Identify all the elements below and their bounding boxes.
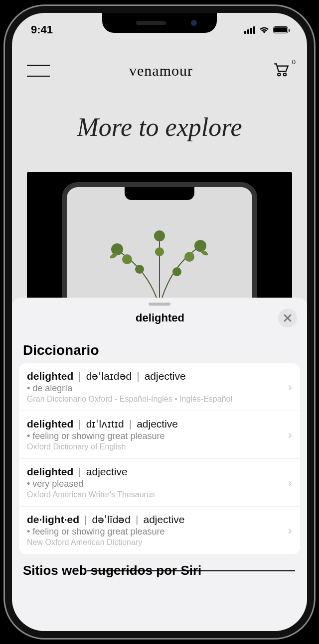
entry-headline: delighted|adjective [27, 466, 283, 478]
inner-notch [125, 187, 194, 200]
entry-pos: adjective [86, 466, 128, 478]
dictionary-entry[interactable]: de·light·ed|dəˈlīdəd|adjective• feeling … [19, 507, 300, 554]
wifi-icon [259, 26, 269, 34]
strikethrough [87, 570, 295, 571]
cart-icon [272, 61, 289, 78]
sheet-title: delighted [42, 312, 278, 324]
sheet-header: delighted [12, 309, 307, 333]
svg-point-2 [111, 243, 123, 255]
separator: | [78, 370, 81, 382]
device-frame: 9:41 venamour 0 More to explore [5, 6, 314, 638]
svg-point-9 [155, 247, 164, 256]
entry-headline: de·light·ed|dəˈlīdəd|adjective [27, 514, 283, 526]
status-time: 9:41 [31, 23, 53, 36]
separator: | [78, 418, 81, 430]
camera [191, 20, 197, 26]
svg-point-1 [284, 73, 286, 76]
sheet-grabber[interactable] [149, 303, 170, 306]
separator: | [78, 466, 81, 478]
dictionary-entry[interactable]: delighted|adjective• very pleasedOxford … [19, 459, 300, 507]
svg-point-6 [184, 252, 194, 262]
brand-logo[interactable]: venamour [129, 62, 193, 79]
dictionary-section-label: Diccionario [12, 333, 307, 363]
entry-source: Gran Diccionario Oxford - Español-Inglés… [27, 395, 283, 404]
separator: | [136, 514, 138, 526]
dictionary-entry[interactable]: delighted|dɪˈlʌɪtɪd|adjective• feeling o… [19, 411, 300, 459]
separator: | [84, 514, 87, 526]
entry-word: delighted [27, 370, 73, 382]
entry-pos: adjective [145, 370, 186, 382]
cellular-icon [244, 26, 255, 34]
svg-point-3 [122, 254, 132, 264]
svg-point-8 [154, 230, 165, 241]
entry-pronunciation: dɪˈlʌɪtɪd [86, 418, 124, 430]
separator: | [137, 370, 139, 382]
hero-title: More to explore [12, 112, 307, 142]
svg-point-5 [194, 240, 206, 252]
entry-headline: delighted|dəˈlaɪdəd|adjective [27, 370, 283, 382]
siri-section-label: Sitios web sugeridos por Siri [12, 554, 307, 578]
dictionary-entry[interactable]: delighted|dəˈlaɪdəd|adjective• de alegrí… [19, 363, 300, 411]
battery-icon [273, 26, 288, 33]
chevron-right-icon: › [288, 476, 292, 490]
entry-headline: delighted|dɪˈlʌɪtɪd|adjective [27, 418, 283, 430]
entry-pronunciation: dəˈlīdəd [92, 514, 131, 526]
entry-pos: adjective [137, 418, 178, 430]
chevron-right-icon: › [288, 428, 292, 442]
close-button[interactable] [278, 309, 297, 327]
entry-word: delighted [27, 466, 73, 478]
cart-button[interactable]: 0 [272, 61, 292, 81]
separator: | [129, 418, 132, 430]
entry-definition: • feeling or showing great pleasure [27, 431, 283, 441]
menu-button[interactable] [27, 65, 50, 77]
entry-definition: • de alegría [27, 383, 283, 394]
svg-point-4 [135, 265, 144, 274]
entry-pos: adjective [143, 514, 184, 526]
entry-definition: • feeling or showing great pleasure [27, 527, 283, 537]
svg-point-7 [172, 267, 181, 276]
device-notch [102, 13, 217, 33]
speaker [136, 21, 166, 25]
entry-source: New Oxford American Dictionary [27, 538, 283, 547]
chevron-right-icon: › [288, 524, 292, 537]
entry-word: de·light·ed [27, 514, 79, 526]
entry-definition: • very pleased [27, 479, 283, 489]
dictionary-card: delighted|dəˈlaɪdəd|adjective• de alegrí… [19, 363, 300, 554]
status-icons [244, 26, 288, 34]
entry-source: Oxford Dictionary of English [27, 442, 283, 451]
cart-badge: 0 [292, 58, 296, 66]
app-header: venamour 0 [12, 52, 307, 90]
svg-point-0 [278, 73, 280, 76]
entry-source: Oxford American Writer's Thesaurus [27, 490, 283, 499]
chevron-right-icon: › [288, 380, 292, 394]
entry-pronunciation: dəˈlaɪdəd [86, 370, 132, 382]
lookup-sheet: delighted Diccionario delighted|dəˈlaɪdə… [12, 298, 307, 631]
close-icon [283, 314, 292, 322]
entry-word: delighted [27, 418, 73, 430]
